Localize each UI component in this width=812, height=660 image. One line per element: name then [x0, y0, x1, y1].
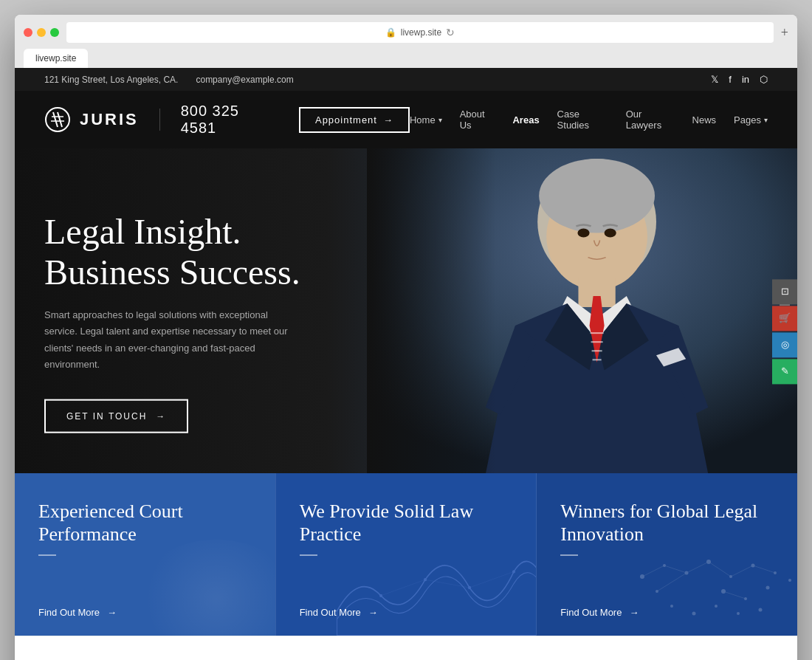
svg-line-36 — [709, 562, 731, 577]
minimize-button[interactable] — [37, 28, 46, 37]
svg-line-34 — [664, 566, 687, 573]
logo-icon — [44, 106, 71, 133]
nav-item-lawyers[interactable]: Our Lawyers — [626, 109, 675, 131]
site-header: JURIS 800 325 4581 Appointment → Home ▾ … — [15, 91, 797, 148]
topbar-left: 121 King Street, Los Angeles, CA. compan… — [44, 75, 294, 85]
settings-widget[interactable]: ◎ — [772, 332, 797, 357]
chevron-down-icon: ▾ — [764, 116, 768, 124]
feature-box-1-link[interactable]: Find Out More → — [38, 607, 252, 618]
feature-box-3: Winners for Global Legal Innovation — [537, 473, 797, 636]
feature-box-3-line — [560, 554, 578, 556]
arrow-icon: → — [368, 607, 378, 618]
site-content: 121 King Street, Los Angeles, CA. compan… — [15, 68, 797, 660]
browser-window: 🔒 livewp.site ↻ + livewp.site 121 King S… — [15, 15, 797, 660]
feature-box-2-title: We Provide Solid Law Practice — [300, 500, 513, 546]
address-text: 121 King Street, Los Angeles, CA. — [44, 75, 178, 85]
feature-box-2-line — [300, 554, 317, 556]
hero-subtitle: Smart approaches to legal solutions with… — [44, 307, 288, 372]
feature-box-1-title: Experienced Court Performance — [38, 500, 252, 546]
nav-item-news[interactable]: News — [692, 114, 717, 126]
cart-widget[interactable]: 🛒 — [772, 306, 797, 331]
svg-point-9 — [379, 594, 382, 597]
nav-item-areas[interactable]: Areas — [512, 114, 539, 126]
browser-controls: 🔒 livewp.site ↻ + — [24, 22, 788, 43]
svg-point-27 — [788, 579, 791, 582]
arrow-icon: → — [107, 607, 117, 618]
arrow-icon: → — [629, 607, 639, 618]
svg-line-39 — [657, 573, 687, 591]
appointment-button[interactable]: Appointment → — [299, 107, 410, 133]
arrow-icon: → — [156, 410, 166, 421]
refresh-icon[interactable]: ↻ — [446, 27, 455, 38]
nav-item-about[interactable]: About Us — [460, 109, 495, 131]
feature-box-1: Experienced Court Performance Find Out M… — [15, 473, 275, 636]
svg-line-40 — [723, 591, 746, 599]
logo-area: JURIS 800 325 4581 Appointment → — [44, 103, 410, 137]
svg-line-38 — [753, 566, 775, 573]
linkedin-icon[interactable]: in — [742, 74, 749, 85]
service-offerings-section: SERVICE OFFERINGS — [15, 636, 797, 660]
active-tab[interactable]: livewp.site — [24, 49, 88, 68]
svg-line-37 — [731, 566, 753, 577]
phone-number[interactable]: 800 325 4581 — [181, 103, 266, 137]
nav-item-case-studies[interactable]: Case Studies — [557, 109, 608, 131]
top-bar: 121 King Street, Los Angeles, CA. compan… — [15, 68, 797, 91]
feature-box-2-link[interactable]: Find Out More → — [300, 607, 513, 618]
svg-point-26 — [766, 586, 770, 590]
svg-point-0 — [46, 108, 69, 131]
hero-content: Legal Insight. Business Success. Smart a… — [44, 211, 300, 433]
feature-box-1-line — [38, 554, 56, 556]
svg-line-35 — [687, 562, 709, 573]
traffic-lights — [24, 28, 59, 37]
browser-chrome: 🔒 livewp.site ↻ + livewp.site — [15, 15, 797, 68]
nav-item-pages[interactable]: Pages ▾ — [734, 114, 768, 126]
lock-icon: 🔒 — [385, 27, 396, 38]
facebook-icon[interactable]: f — [729, 74, 732, 85]
feature-box-3-link[interactable]: Find Out More → — [560, 607, 774, 618]
main-navigation: Home ▾ About Us Areas Case Studies Our L… — [410, 109, 768, 131]
maximize-button[interactable] — [50, 28, 59, 37]
feature-boxes: Experienced Court Performance Find Out M… — [15, 473, 797, 636]
chevron-down-icon: ▾ — [438, 116, 442, 124]
side-widgets: ⊡ 🛒 ◎ ✎ — [772, 279, 797, 384]
svg-rect-8 — [367, 148, 797, 473]
address-bar[interactable]: 🔒 livewp.site ↻ — [66, 22, 774, 43]
nav-item-home[interactable]: Home ▾ — [410, 114, 442, 126]
url-text: livewp.site — [401, 27, 441, 38]
close-button[interactable] — [24, 28, 32, 37]
edit-widget[interactable]: ✎ — [772, 359, 797, 384]
twitter-icon[interactable]: 𝕏 — [711, 74, 718, 85]
topbar-right: 𝕏 f in ⬡ — [711, 74, 768, 85]
email-text[interactable]: company@example.com — [196, 75, 293, 85]
new-tab-button[interactable]: + — [781, 25, 788, 41]
svg-line-33 — [642, 566, 664, 577]
logo-text: JURIS — [80, 110, 139, 129]
arrow-icon: → — [383, 114, 393, 126]
tab-bar: livewp.site — [24, 49, 788, 68]
feature-box-2: We Provide Solid Law Practice — [275, 473, 537, 636]
logo-divider — [159, 109, 160, 131]
screen-widget[interactable]: ⊡ — [772, 279, 797, 304]
hero-section: Legal Insight. Business Success. Smart a… — [15, 148, 797, 473]
svg-line-13 — [381, 580, 425, 596]
feature-box-3-title: Winners for Global Legal Innovation — [560, 500, 774, 546]
get-in-touch-button[interactable]: GET IN TOUCH → — [44, 399, 188, 433]
instagram-icon[interactable]: ⬡ — [760, 74, 768, 85]
hero-title: Legal Insight. Business Success. — [44, 211, 300, 292]
